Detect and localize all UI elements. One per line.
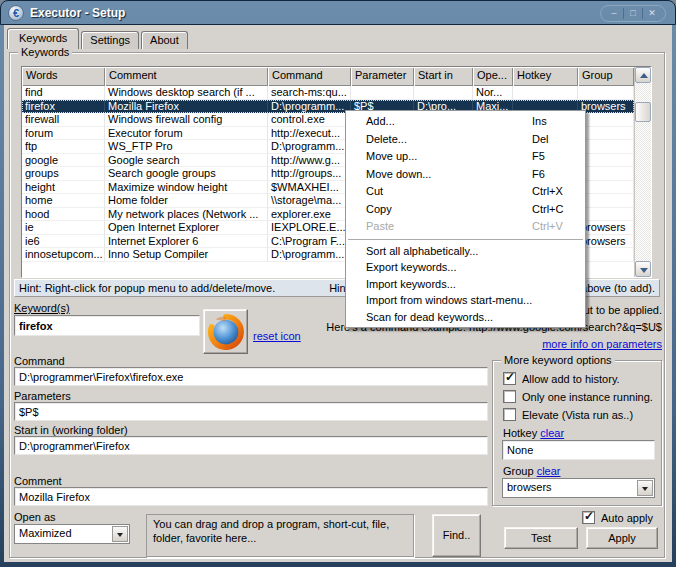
menu-item-move-up[interactable]: Move up...F5 [346, 148, 585, 166]
tab-about[interactable]: About [141, 31, 188, 49]
column-header-parameter[interactable]: Parameter [351, 67, 414, 86]
maximize-button[interactable]: □ [624, 7, 642, 20]
option-row: ✓Allow add to history. [503, 372, 620, 385]
menu-item-shortcut: F6 [532, 166, 545, 184]
minimize-button[interactable]: – [605, 7, 623, 20]
cell [578, 127, 634, 141]
cell: D:\programm... [268, 140, 351, 154]
arrow-down-icon [640, 268, 648, 273]
column-header-start-in[interactable]: Start in [414, 67, 473, 86]
cell: Mozilla Firefox [105, 100, 268, 114]
cell: http://www.g... [268, 154, 351, 168]
cell: Search google groups [105, 167, 268, 181]
vertical-scrollbar[interactable] [634, 67, 651, 277]
menu-item-copy[interactable]: CopyCtrl+C [346, 201, 585, 219]
cell [578, 248, 634, 262]
group-dropdown[interactable]: browsers [502, 478, 655, 498]
cell [414, 86, 473, 100]
menu-item-delete[interactable]: Delete...Del [346, 131, 585, 149]
menu-item-import-keywords[interactable]: Import keywords... [346, 276, 585, 293]
column-header-command[interactable]: Command [268, 67, 351, 86]
openas-label: Open as [14, 511, 56, 523]
menu-item-label: Export keywords... [366, 261, 456, 273]
context-menu: Add...InsDelete...DelMove up...F5Move do… [345, 110, 586, 328]
cell: hood [22, 208, 105, 222]
title-bar[interactable]: € Executor - Setup – □ ✕ [0, 0, 676, 25]
column-header-comment[interactable]: Comment [105, 67, 268, 86]
cell [578, 194, 634, 208]
openas-dropdown-button[interactable] [112, 526, 128, 542]
cell: Windows desktop search (if ... [105, 86, 268, 100]
group-clear-link[interactable]: clear [537, 465, 561, 477]
arrow-up-icon [640, 73, 648, 78]
comment-input[interactable] [14, 487, 488, 506]
cell: Open Internet Explorer [105, 221, 268, 235]
checkbox-allow-add-to-history[interactable]: ✓ [503, 372, 516, 385]
menu-item-label: Move up... [366, 150, 417, 162]
menu-item-shortcut: Del [532, 131, 549, 149]
hotkey-input[interactable] [502, 440, 655, 460]
hotkey-clear-link[interactable]: clear [540, 427, 564, 439]
cell: Google search [105, 154, 268, 168]
table-row-find[interactable]: findWindows desktop search (if ...search… [22, 86, 634, 100]
checkbox-only-one-instance-running[interactable] [503, 390, 516, 403]
table-header-row: WordsCommentCommandParameterStart inOpe.… [22, 67, 651, 86]
checkbox-label: Allow add to history. [522, 373, 620, 385]
menu-item-label: Paste [366, 220, 394, 232]
scroll-down-button[interactable] [635, 261, 651, 277]
comment-label: Comment [14, 475, 62, 487]
cell: http://groups... [268, 167, 351, 181]
apply-button[interactable]: Apply [586, 527, 658, 549]
group-dropdown-button[interactable] [637, 480, 653, 496]
cell: WS_FTP Pro [105, 140, 268, 154]
column-header-words[interactable]: Words [22, 67, 105, 86]
cell [578, 113, 634, 127]
column-header-ope[interactable]: Ope... [473, 67, 513, 86]
menu-item-shortcut: Ctrl+V [532, 218, 563, 236]
cell: \\storage\ma... [268, 194, 351, 208]
tab-settings[interactable]: Settings [81, 31, 139, 49]
auto-apply-label: Auto apply [601, 512, 653, 524]
menu-item-label: Delete... [366, 133, 407, 145]
close-button[interactable]: ✕ [643, 7, 661, 20]
parameters-input[interactable] [14, 402, 488, 421]
column-header-hotkey[interactable]: Hotkey [513, 67, 578, 86]
menu-item-move-down[interactable]: Move down...F6 [346, 166, 585, 184]
cell: Maximize window height [105, 181, 268, 195]
cell: Nor... [473, 86, 513, 100]
client-area: Keywords Settings About Keywords WordsCo… [4, 25, 672, 562]
menu-item-label: Import keywords... [366, 278, 456, 290]
checkbox-elevate-vista-run-as[interactable] [503, 408, 516, 421]
command-input[interactable] [14, 367, 488, 386]
menu-item-add[interactable]: Add...Ins [346, 113, 585, 131]
startin-label: Start in (working folder) [14, 424, 128, 436]
window-frame: € Executor - Setup – □ ✕ Keywords Settin… [0, 0, 676, 567]
dragdrop-target[interactable]: You can drag and drop a program, short-c… [146, 514, 414, 557]
keyword-input[interactable] [14, 315, 200, 336]
column-header-group[interactable]: Group [578, 67, 634, 86]
menu-item-label: Import from windows start-menu... [366, 294, 532, 306]
openas-dropdown[interactable]: Maximized [14, 524, 130, 544]
menu-item-scan-for-dead-keywords[interactable]: Scan for dead keywords... [346, 309, 585, 326]
cell: C:\Program F... [268, 235, 351, 249]
auto-apply-checkbox[interactable]: ✓ [582, 511, 595, 524]
keyword-icon-button[interactable] [203, 309, 248, 354]
more-info-link[interactable]: more info on parameters [542, 338, 662, 350]
cell: IEXPLORE.E... [268, 221, 351, 235]
startin-input[interactable] [14, 436, 488, 455]
cell: google [22, 154, 105, 168]
cell: control.exe [268, 113, 351, 127]
command-label: Command [14, 355, 65, 367]
menu-item-sort-all-alphabetically[interactable]: Sort all alphabetically... [346, 243, 585, 260]
scrollbar-thumb[interactable] [635, 102, 651, 122]
find-button[interactable]: Find.. [432, 514, 481, 557]
test-button[interactable]: Test [504, 527, 578, 549]
cell: Executor forum [105, 127, 268, 141]
caption-buttons: – □ ✕ [600, 5, 666, 22]
menu-item-import-from-windows-start-menu[interactable]: Import from windows start-menu... [346, 292, 585, 309]
scroll-up-button[interactable] [635, 67, 651, 83]
menu-item-export-keywords[interactable]: Export keywords... [346, 259, 585, 276]
menu-item-cut[interactable]: CutCtrl+X [346, 183, 585, 201]
hint-table-left: Hint: Right-click for popup menu to add/… [19, 282, 275, 294]
reset-icon-link[interactable]: reset icon [253, 330, 301, 342]
